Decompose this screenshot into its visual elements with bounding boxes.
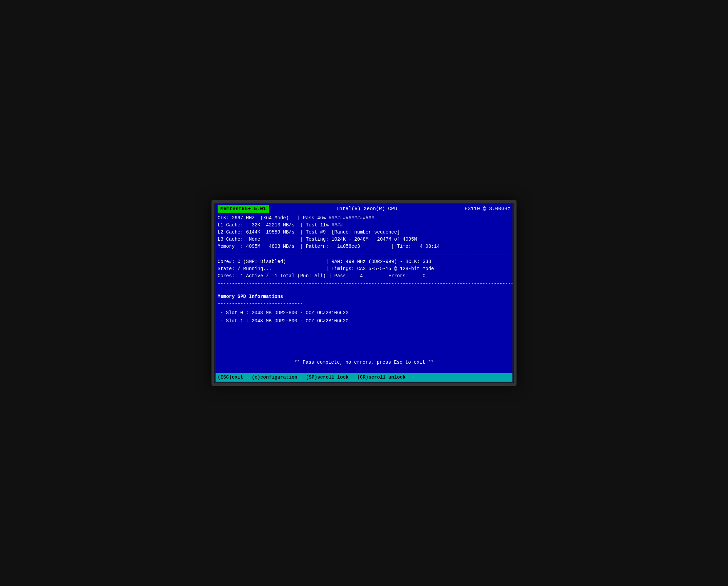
- l1-line: L1 Cache: 32K 42213 MB/s | Test 11% ####: [218, 222, 510, 229]
- core-line: Core#: 0 (SMP: Disabled) | RAM: 499 MHz …: [218, 258, 510, 265]
- app-title: Memtest86+ 5.01: [218, 205, 269, 213]
- spd-slot-1: - Slot 1 : 2048 MB DDR2-800 - OCZ OCZ2B1…: [218, 317, 510, 325]
- l2-line: L2 Cache: 6144K 19589 MB/s | Test #9 [Ra…: [218, 229, 510, 236]
- pass-message: ** Pass complete, no errors, press Esc t…: [216, 353, 512, 368]
- screen-wrapper: Memtest86+ 5.01 Intel(R) Xeon(R) CPU E31…: [211, 200, 517, 386]
- state-line: State: / Running... | Timings: CAS 5-5-5…: [218, 265, 510, 272]
- spd-title: Memory SPD Informations: [218, 293, 510, 300]
- cpu-model: E3110 @ 3.00GHz: [465, 205, 510, 213]
- bottom-spacer: [216, 369, 512, 373]
- core-info-block: Core#: 0 (SMP: Disabled) | RAM: 499 MHz …: [216, 258, 512, 280]
- l3-line: L3 Cache: None | Testing: 1024K - 2048M …: [218, 236, 510, 243]
- spacer: [216, 326, 512, 353]
- clk-line: CLK: 2997 MHz (X64 Mode) | Pass 46% ####…: [218, 215, 510, 222]
- memtest-screen: Memtest86+ 5.01 Intel(R) Xeon(R) CPU E31…: [216, 204, 512, 382]
- bottom-bar: (ESC)exit (c)configuration (SP)scroll_lo…: [216, 373, 512, 382]
- divider-1: ----------------------------------------…: [216, 251, 512, 258]
- system-info-block: CLK: 2997 MHz (X64 Mode) | Pass 46% ####…: [216, 214, 512, 251]
- spd-slot-0: - Slot 0 : 2048 MB DDR2-800 - OCZ OCZ2B1…: [218, 309, 510, 317]
- cpu-name: Intel(R) Xeon(R) CPU: [336, 205, 397, 213]
- spd-section: Memory SPD Informations ----------------…: [216, 287, 512, 326]
- spd-divider: ------------------------------: [218, 300, 510, 307]
- mem-line: Memory : 4095M 4803 MB/s | Pattern: 1a05…: [218, 243, 510, 250]
- title-bar: Memtest86+ 5.01 Intel(R) Xeon(R) CPU E31…: [216, 204, 512, 214]
- divider-2: ----------------------------------------…: [216, 280, 512, 287]
- cores-line: Cores: 1 Active / 1 Total (Run: All) | P…: [218, 272, 510, 280]
